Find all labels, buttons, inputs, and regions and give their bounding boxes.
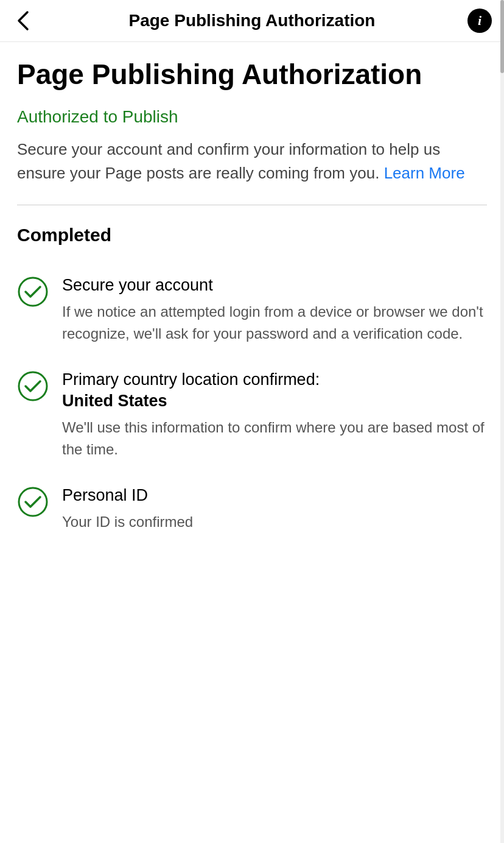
item-title: Personal ID (62, 485, 487, 506)
completed-items-list: Secure your account If we notice an atte… (17, 263, 487, 545)
svg-point-0 (19, 278, 47, 306)
item-description: Your ID is confirmed (62, 511, 487, 533)
info-button[interactable]: i (467, 9, 492, 33)
item-content: Primary country location confirmed: Unit… (62, 369, 487, 460)
authorized-status: Authorized to Publish (17, 107, 487, 127)
main-content: Page Publishing Authorization Authorized… (0, 42, 504, 570)
completed-section-title: Completed (17, 225, 487, 245)
item-title: Secure your account (62, 275, 487, 296)
list-item: Personal ID Your ID is confirmed (17, 473, 487, 545)
svg-point-1 (19, 372, 47, 400)
item-content: Personal ID Your ID is confirmed (62, 485, 487, 533)
page-title: Page Publishing Authorization (17, 59, 487, 90)
scrollbar-thumb[interactable] (500, 0, 504, 73)
learn-more-link[interactable]: Learn More (384, 164, 465, 182)
check-circle-icon (17, 370, 49, 402)
check-circle-icon (17, 276, 49, 308)
section-divider (17, 205, 487, 205)
back-button[interactable] (12, 10, 34, 32)
check-circle-icon (17, 486, 49, 518)
item-description: If we notice an attempted login from a d… (62, 301, 487, 345)
info-icon: i (478, 13, 481, 29)
item-content: Secure your account If we notice an atte… (62, 275, 487, 345)
item-title: Primary country location confirmed: Unit… (62, 369, 487, 412)
nav-bar-title: Page Publishing Authorization (129, 11, 376, 30)
back-chevron-icon (15, 12, 32, 29)
list-item: Secure your account If we notice an atte… (17, 263, 487, 357)
nav-bar: Page Publishing Authorization i (0, 0, 504, 42)
svg-point-2 (19, 488, 47, 516)
page-description: Secure your account and confirm your inf… (17, 138, 487, 185)
item-description: We'll use this information to confirm wh… (62, 417, 487, 460)
completed-section: Completed Secure your account If we noti… (17, 225, 487, 545)
scrollbar-track (500, 0, 504, 843)
list-item: Primary country location confirmed: Unit… (17, 357, 487, 473)
description-text: Secure your account and confirm your inf… (17, 140, 440, 182)
